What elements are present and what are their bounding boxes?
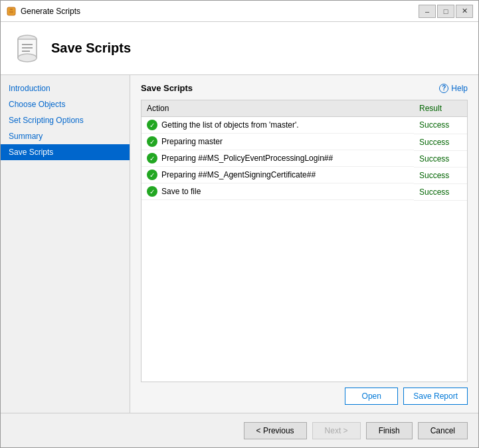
main-header: Save Scripts ? Help	[141, 83, 468, 93]
help-link[interactable]: ? Help	[439, 84, 468, 93]
cell-result: Success	[414, 183, 467, 200]
help-label: Help	[451, 84, 468, 93]
table-row: ✓Getting the list of objects from 'maste…	[142, 117, 467, 134]
table-row: ✓Preparing masterSuccess	[142, 134, 467, 150]
action-text: Save to file	[161, 187, 201, 196]
cell-action: ✓Preparing ##MS_AgentSigningCertificate#…	[142, 167, 414, 183]
success-icon: ✓	[147, 169, 157, 180]
header-icon	[11, 33, 43, 64]
sidebar-item-introduction[interactable]: Introduction	[1, 80, 130, 96]
success-icon: ✓	[147, 153, 157, 164]
table-row: ✓Preparing ##MS_AgentSigningCertificate#…	[142, 167, 467, 183]
window-icon	[6, 6, 17, 17]
cell-action: ✓Preparing ##MS_PolicyEventProcessingLog…	[142, 150, 414, 167]
cell-action: ✓Getting the list of objects from 'maste…	[142, 117, 414, 134]
open-button[interactable]: Open	[345, 388, 398, 405]
table-row: ✓Preparing ##MS_PolicyEventProcessingLog…	[142, 150, 467, 167]
cell-result: Success	[414, 117, 467, 134]
svg-point-5	[18, 54, 37, 62]
minimize-button[interactable]: –	[419, 5, 436, 18]
previous-button[interactable]: < Previous	[244, 422, 307, 439]
finish-button[interactable]: Finish	[366, 422, 413, 439]
title-bar: Generate Scripts – □ ✕	[1, 1, 478, 22]
content-area: Introduction Choose Objects Set Scriptin…	[1, 75, 478, 413]
window-controls: – □ ✕	[419, 5, 473, 18]
sidebar-item-summary[interactable]: Summary	[1, 128, 130, 144]
action-text: Preparing ##MS_PolicyEventProcessingLogi…	[161, 154, 333, 163]
table-row: ✓Save to fileSuccess	[142, 183, 467, 200]
cell-result: Success	[414, 150, 467, 167]
header-title: Save Scripts	[51, 41, 131, 56]
window-title: Generate Scripts	[21, 7, 419, 16]
sidebar-item-set-scripting-options[interactable]: Set Scripting Options	[1, 112, 130, 128]
table-header-row: Action Result	[142, 100, 467, 117]
main-window: Generate Scripts – □ ✕ Save Scripts	[0, 0, 479, 448]
success-icon: ✓	[147, 186, 157, 197]
header-section: Save Scripts	[1, 22, 478, 75]
main-content-panel: Save Scripts ? Help Action Result	[130, 75, 478, 413]
results-table: Action Result ✓Getting the list of objec…	[142, 100, 467, 201]
column-header-result: Result	[414, 100, 467, 117]
main-panel-title: Save Scripts	[141, 83, 193, 93]
column-header-action: Action	[142, 100, 414, 117]
results-table-container: Action Result ✓Getting the list of objec…	[141, 100, 468, 382]
action-text: Preparing ##MS_AgentSigningCertificate##	[161, 170, 316, 179]
footer: < Previous Next > Finish Cancel	[1, 413, 478, 447]
cell-result: Success	[414, 134, 467, 150]
sidebar-item-choose-objects[interactable]: Choose Objects	[1, 96, 130, 112]
cancel-button[interactable]: Cancel	[418, 422, 468, 439]
action-buttons-row: Open Save Report	[141, 388, 468, 405]
maximize-button[interactable]: □	[437, 5, 454, 18]
save-report-button[interactable]: Save Report	[403, 388, 468, 405]
success-icon: ✓	[147, 120, 157, 130]
cell-result: Success	[414, 167, 467, 183]
next-button: Next >	[312, 422, 361, 439]
help-icon: ?	[439, 84, 448, 93]
close-button[interactable]: ✕	[456, 5, 473, 18]
cell-action: ✓Preparing master	[142, 134, 414, 150]
sidebar-item-save-scripts[interactable]: Save Scripts	[1, 144, 130, 160]
cell-action: ✓Save to file	[142, 183, 414, 200]
action-text: Preparing master	[161, 137, 223, 146]
success-icon: ✓	[147, 136, 157, 147]
sidebar: Introduction Choose Objects Set Scriptin…	[1, 75, 130, 413]
action-text: Getting the list of objects from 'master…	[161, 120, 299, 130]
